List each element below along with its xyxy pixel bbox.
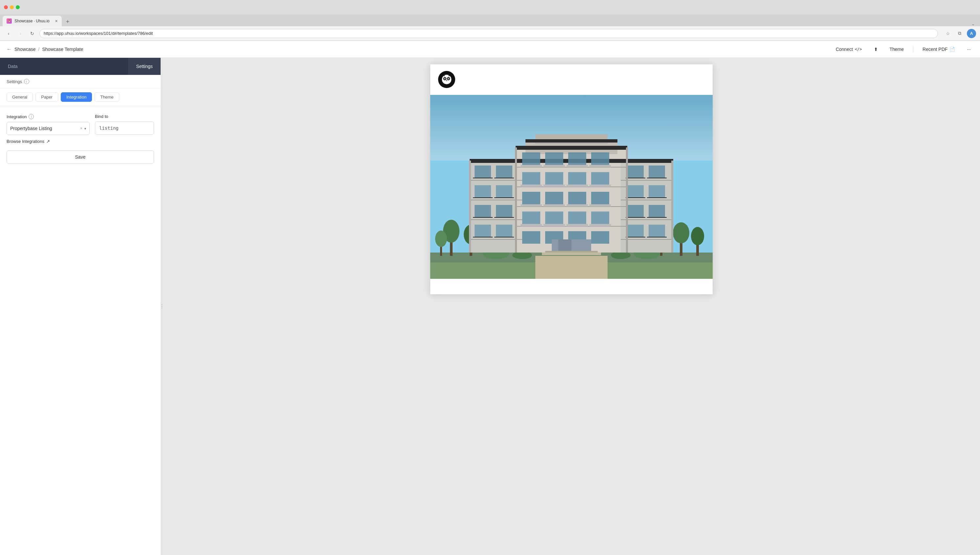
svg-rect-73	[568, 172, 586, 184]
pdf-icon: 📄	[950, 47, 955, 52]
back-button[interactable]: ‹	[4, 29, 13, 38]
panel-top-tabs: Data Settings	[0, 58, 160, 75]
settings-tab-label: Settings	[136, 64, 153, 69]
settings-label: Settings	[6, 79, 22, 84]
svg-rect-109	[627, 225, 644, 237]
recent-pdf-label: Recent PDF	[922, 47, 948, 52]
svg-rect-102	[590, 224, 611, 226]
connect-code-icon: </>	[855, 47, 862, 51]
svg-rect-127	[671, 160, 673, 253]
bind-to-label-text: Bind to	[95, 114, 108, 119]
tab-close-button[interactable]: ✕	[55, 19, 58, 23]
bookmark-button[interactable]: ☆	[943, 29, 953, 38]
integration-label: Integration i	[6, 114, 90, 119]
svg-rect-104	[649, 165, 665, 178]
svg-rect-121	[571, 239, 585, 253]
svg-rect-120	[558, 239, 571, 253]
theme-label: Theme	[890, 47, 904, 52]
svg-rect-92	[544, 184, 565, 187]
svg-rect-56	[496, 205, 512, 217]
breadcrumb-separator: /	[38, 47, 40, 52]
preview-area	[163, 58, 980, 555]
breadcrumb-root[interactable]: Showcase	[14, 47, 36, 52]
save-button-wrapper: Save	[6, 149, 154, 164]
maximize-button[interactable]	[16, 5, 20, 9]
svg-rect-79	[522, 212, 540, 224]
svg-rect-108	[649, 205, 665, 217]
svg-rect-86	[591, 231, 609, 244]
svg-rect-69	[568, 152, 586, 165]
svg-rect-57	[475, 225, 491, 237]
svg-rect-106	[649, 185, 665, 198]
svg-rect-76	[545, 192, 563, 204]
svg-rect-55	[475, 205, 491, 217]
settings-tab[interactable]: Settings	[128, 58, 160, 75]
address-bar[interactable]: https://app.uhuu.io/workspaces/101/d#/te…	[39, 29, 938, 38]
svg-rect-88	[544, 165, 565, 167]
svg-rect-93	[566, 184, 588, 187]
tab-paper-label: Paper	[41, 95, 53, 99]
integration-info-icon[interactable]: i	[29, 114, 34, 119]
svg-rect-78	[591, 192, 609, 204]
tab-theme[interactable]: Theme	[95, 92, 119, 102]
browse-integrations-link[interactable]: Browse Integrations ↗	[6, 139, 154, 144]
svg-rect-100	[544, 224, 565, 226]
svg-point-6	[448, 78, 449, 79]
upload-button[interactable]: ⬆	[871, 45, 881, 54]
new-tab-button[interactable]: +	[63, 17, 72, 26]
svg-rect-83	[522, 231, 540, 244]
save-button[interactable]: Save	[6, 151, 154, 164]
main-content: Data Settings Settings i General	[0, 58, 980, 555]
tab-paper[interactable]: Paper	[35, 92, 58, 102]
save-label: Save	[75, 154, 86, 160]
svg-point-22	[673, 222, 689, 243]
tab-bar: 🦉 Showcase · Uhuu.io ✕ + ⌄	[0, 14, 980, 26]
svg-rect-89	[566, 165, 588, 167]
more-options-button[interactable]: ···	[964, 45, 974, 54]
breadcrumb-back-button[interactable]: ←	[6, 46, 12, 52]
svg-rect-81	[568, 212, 586, 224]
reload-button[interactable]: ↻	[27, 29, 37, 38]
bind-to-label: Bind to	[95, 114, 154, 119]
connect-button[interactable]: Connect </>	[833, 45, 865, 54]
data-tab[interactable]: Data	[0, 58, 26, 75]
close-button[interactable]	[4, 5, 8, 9]
svg-rect-97	[566, 204, 588, 207]
tab-favicon: 🦉	[6, 18, 12, 24]
svg-point-24	[691, 227, 704, 245]
profile-button[interactable]: A	[967, 29, 976, 38]
extensions-button[interactable]: ⧉	[955, 29, 964, 38]
svg-rect-101	[566, 224, 588, 226]
tab-bar-chevron[interactable]: ⌄	[972, 22, 975, 26]
window-controls	[4, 5, 20, 9]
svg-rect-82	[591, 212, 609, 224]
integration-label-text: Integration	[6, 114, 27, 119]
preview-building-image	[430, 95, 713, 279]
breadcrumb: ← Showcase / Showcase Template	[6, 46, 83, 52]
svg-rect-123	[542, 253, 601, 255]
integration-field-group: Integration i Propertybase Listing × ▾	[6, 114, 90, 135]
svg-point-20	[435, 231, 447, 247]
theme-button[interactable]: Theme	[887, 45, 907, 54]
active-tab[interactable]: 🦉 Showcase · Uhuu.io ✕	[3, 16, 62, 26]
integration-select[interactable]: Propertybase Listing × ▾	[6, 122, 90, 135]
svg-rect-87	[521, 165, 542, 167]
svg-rect-37	[516, 146, 627, 150]
tab-general[interactable]: General	[6, 92, 33, 102]
integration-clear-button[interactable]: ×	[80, 126, 82, 131]
browse-integrations-label: Browse Integrations	[6, 139, 44, 144]
svg-rect-107	[627, 205, 644, 217]
recent-pdf-button[interactable]: Recent PDF 📄	[920, 45, 958, 54]
url-text: https://app.uhuu.io/workspaces/101/d#/te…	[44, 31, 153, 36]
integration-dropdown-arrow[interactable]: ▾	[84, 127, 86, 130]
svg-rect-68	[545, 152, 563, 165]
preview-header	[430, 64, 713, 95]
minimize-button[interactable]	[10, 5, 14, 9]
tab-integration[interactable]: Integration	[61, 92, 92, 102]
forward-button[interactable]: ›	[16, 29, 25, 38]
svg-rect-70	[591, 152, 609, 165]
owl-logo	[438, 71, 455, 88]
svg-rect-110	[649, 225, 665, 237]
bind-to-input[interactable]	[95, 122, 154, 135]
settings-info-icon[interactable]: i	[24, 79, 29, 84]
